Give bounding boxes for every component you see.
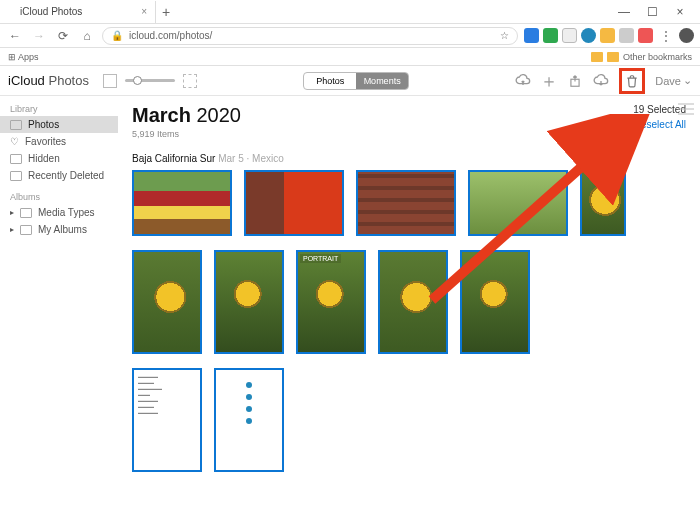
user-menu[interactable]: Dave⌄ [655,74,692,87]
browser-addressbar: ← → ⟳ ⌂ 🔒 icloud.com/photos/ ☆ ⋮ [0,24,700,48]
trash-icon [10,171,22,181]
extension-icon[interactable] [543,28,558,43]
portrait-badge: PORTRAIT [300,254,341,263]
photo-grid [132,170,686,236]
sidebar-heading: Albums [0,190,118,204]
photo-thumbnail[interactable] [468,170,568,236]
tab-title: iCloud Photos [20,6,82,17]
other-bookmarks[interactable]: Other bookmarks [623,52,692,62]
forward-button[interactable]: → [30,27,48,45]
extension-icon[interactable] [562,28,577,43]
download-icon[interactable] [593,73,609,89]
extension-icon[interactable] [600,28,615,43]
url-input[interactable]: 🔒 icloud.com/photos/ ☆ [102,27,518,45]
window-maximize-icon[interactable]: ☐ [638,2,666,22]
deselect-all-link[interactable]: Deselect All [633,119,686,130]
lock-icon: 🔒 [111,30,123,41]
chevron-down-icon: ⌄ [683,74,692,87]
apps-icon: ⊞ [8,52,16,62]
share-icon[interactable] [567,73,583,89]
heart-icon: ♡ [10,136,19,147]
apps-shortcut[interactable]: ⊞ Apps [8,52,39,62]
sidebar-item-photos[interactable]: Photos [0,116,118,133]
sidebar-item-my-albums[interactable]: ▸My Albums [0,221,118,238]
segment-moments[interactable]: Moments [356,73,408,89]
segment-photos[interactable]: Photos [304,73,356,89]
profile-avatar[interactable] [679,28,694,43]
browser-tab[interactable]: iCloud Photos × [6,1,156,23]
app-topbar: iCloud Photos Photos Moments ＋ Dave⌄ [0,66,700,96]
extension-icon[interactable] [581,28,596,43]
photo-thumbnail[interactable] [132,170,232,236]
photo-thumbnail[interactable]: ▬▬▬▬▬▬▬▬▬▬▬▬▬▬▬▬▬▬▬▬▬▬▬▬▬▬▬▬▬▬▬▬ [132,368,202,472]
extension-strip: ⋮ [524,27,694,45]
reload-button[interactable]: ⟳ [54,27,72,45]
photo-thumbnail[interactable] [244,170,344,236]
add-icon[interactable]: ＋ [541,73,557,89]
thumbnail-size-slider[interactable] [125,79,175,82]
location-header: Baja California Sur Mar 5 · Mexico [132,153,686,164]
photo-thumbnail[interactable]: PORTRAIT [296,250,366,354]
album-icon [20,225,32,235]
tab-close-icon[interactable]: × [141,6,147,17]
item-count: 5,919 Items [132,129,241,139]
expand-icon: ▸ [10,208,14,217]
delete-button-highlight [619,68,645,94]
photo-thumbnail[interactable] [214,368,284,472]
trash-icon[interactable] [624,73,640,89]
sidebar-item-favorites[interactable]: ♡Favorites [0,133,118,150]
extension-icon[interactable] [524,28,539,43]
view-segment: Photos Moments [303,72,409,90]
sidebar-item-hidden[interactable]: Hidden [0,150,118,167]
photo-thumbnail[interactable] [580,170,626,236]
hidden-icon [10,154,22,164]
upload-icon[interactable] [515,73,531,89]
sidebar-item-recently-deleted[interactable]: Recently Deleted [0,167,118,184]
star-icon[interactable]: ☆ [500,30,509,41]
new-tab-button[interactable]: + [156,4,176,20]
app-brand: iCloud Photos [8,73,89,88]
browser-titlebar: iCloud Photos × + — ☐ × [0,0,700,24]
layout-toggle[interactable] [183,74,197,88]
sidebar-heading: Library [0,102,118,116]
sidebar-item-media-types[interactable]: ▸Media Types [0,204,118,221]
extension-icon[interactable] [638,28,653,43]
bookmarks-bar: ⊞ Apps Other bookmarks [0,48,700,66]
list-layout-icon[interactable] [678,102,694,116]
chrome-menu-icon[interactable]: ⋮ [657,27,675,45]
photos-icon [10,120,22,130]
folder-icon [591,52,603,62]
photo-thumbnail[interactable] [356,170,456,236]
photo-thumbnail[interactable] [214,250,284,354]
month-header: March 2020 [132,104,241,127]
sidebar: Library Photos ♡Favorites Hidden Recentl… [0,96,118,506]
expand-icon: ▸ [10,225,14,234]
photo-thumbnail[interactable] [132,250,202,354]
folder-icon[interactable] [607,52,619,62]
window-minimize-icon[interactable]: — [610,2,638,22]
back-button[interactable]: ← [6,27,24,45]
url-text: icloud.com/photos/ [129,30,212,41]
photo-grid: ▬▬▬▬▬▬▬▬▬▬▬▬▬▬▬▬▬▬▬▬▬▬▬▬▬▬▬▬▬▬▬▬ [132,368,686,472]
layout-toggle[interactable] [103,74,117,88]
home-button[interactable]: ⌂ [78,27,96,45]
window-close-icon[interactable]: × [666,2,694,22]
photo-thumbnail[interactable] [378,250,448,354]
photo-grid: PORTRAIT [132,250,686,354]
media-icon [20,208,32,218]
extension-icon[interactable] [619,28,634,43]
photo-thumbnail[interactable] [460,250,530,354]
main-content: March 2020 5,919 Items 19 Selected Desel… [118,96,700,506]
